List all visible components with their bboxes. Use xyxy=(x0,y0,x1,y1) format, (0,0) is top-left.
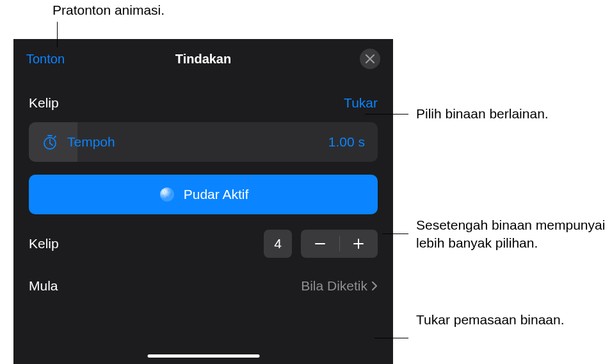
svg-point-6 xyxy=(164,191,165,193)
close-button[interactable] xyxy=(360,49,380,69)
panel-header: Tonton Tindakan xyxy=(13,39,393,74)
svg-point-10 xyxy=(163,195,164,196)
svg-point-5 xyxy=(160,187,174,202)
callout-change: Pilih binaan berlainan. xyxy=(416,105,549,123)
kelip-stepper xyxy=(301,230,378,258)
callout-timing: Tukar pemasaan binaan. xyxy=(416,311,565,329)
callout-preview: Pratonton animasi. xyxy=(52,1,165,19)
home-indicator xyxy=(147,354,259,358)
svg-point-7 xyxy=(168,190,169,191)
start-label: Mula xyxy=(29,278,58,294)
svg-line-2 xyxy=(50,143,52,145)
svg-point-9 xyxy=(166,196,168,198)
actions-panel: Tonton Tindakan Kelip Tukar Tempoh xyxy=(13,39,393,364)
callout-options: Sesetengah binaan mempunyai lebih banyak… xyxy=(416,216,612,253)
panel-title: Tindakan xyxy=(175,52,231,67)
duration-slider[interactable]: Tempoh 1.00 s xyxy=(29,122,378,162)
svg-point-8 xyxy=(170,194,172,195)
kelip-count-label: Kelip xyxy=(29,236,59,251)
callout-line xyxy=(382,233,408,234)
start-selector[interactable]: Bila Diketik xyxy=(301,278,378,294)
kelip-count-row: Kelip 4 xyxy=(13,214,393,258)
stepper-plus-button[interactable] xyxy=(340,230,378,258)
section-header-row: Kelip Tukar xyxy=(13,74,393,122)
callout-line xyxy=(374,338,408,338)
kelip-count-value: 4 xyxy=(264,230,292,258)
effect-option-label: Pudar Aktif xyxy=(184,187,249,202)
kelip-controls: 4 xyxy=(264,230,378,258)
effect-option-button[interactable]: Pudar Aktif xyxy=(29,175,378,214)
callout-line xyxy=(57,22,58,47)
svg-line-4 xyxy=(54,136,56,138)
fade-icon xyxy=(158,186,176,203)
watch-button[interactable]: Tonton xyxy=(26,52,65,67)
start-row: Mula Bila Diketik xyxy=(13,258,393,294)
minus-icon xyxy=(314,238,326,249)
start-value: Bila Diketik xyxy=(301,278,367,294)
timer-icon xyxy=(42,134,58,150)
duration-left: Tempoh xyxy=(42,134,115,150)
duration-content: Tempoh 1.00 s xyxy=(42,134,365,150)
callout-line xyxy=(365,114,408,115)
close-icon xyxy=(366,54,374,63)
change-button[interactable]: Tukar xyxy=(344,95,378,111)
plus-icon xyxy=(353,238,364,249)
duration-label: Tempoh xyxy=(67,134,115,150)
chevron-right-icon xyxy=(371,281,378,291)
effect-name-label: Kelip xyxy=(29,95,59,111)
stepper-minus-button[interactable] xyxy=(301,230,339,258)
duration-value: 1.00 s xyxy=(328,134,365,150)
